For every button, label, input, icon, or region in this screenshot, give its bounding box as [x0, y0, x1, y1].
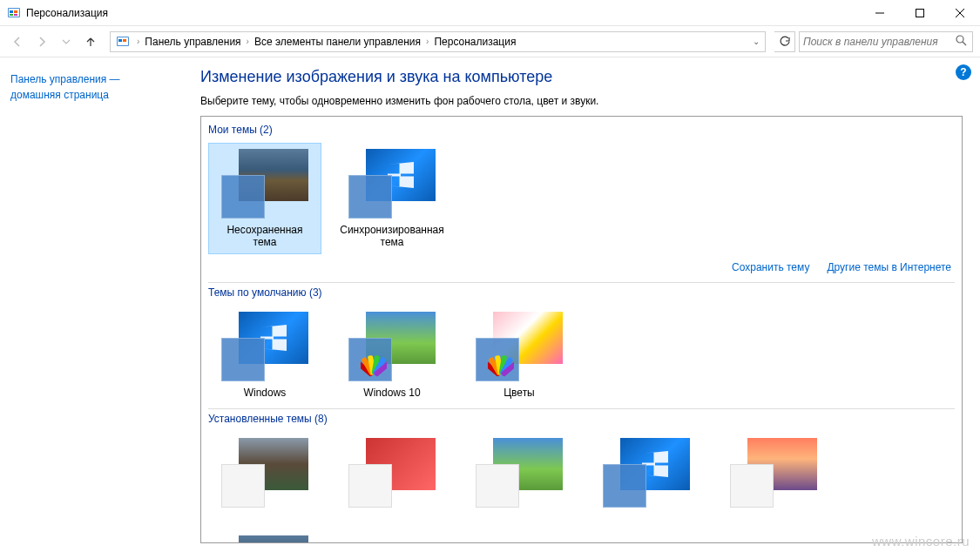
theme-thumbnail [348, 149, 436, 219]
my-themes-grid: Несохраненная темаСинхронизированная тем… [208, 143, 955, 254]
forward-button[interactable] [31, 31, 52, 52]
up-button[interactable] [80, 31, 101, 52]
theme-thumbnail [221, 149, 308, 219]
svg-rect-2 [10, 10, 13, 13]
theme-label: Цветы [504, 387, 535, 399]
page-heading: Изменение изображения и звука на компьют… [200, 68, 963, 86]
main-content: ? Изменение изображения и звука на компь… [183, 57, 980, 552]
theme-item[interactable]: Windows 10 [335, 306, 449, 405]
theme-thumbnail [476, 312, 563, 381]
breadcrumb-icon [116, 35, 130, 49]
maximize-button[interactable] [900, 0, 940, 25]
theme-thumbnail [730, 438, 817, 508]
breadcrumb-item[interactable]: Все элементы панели управления [253, 34, 422, 50]
svg-rect-12 [118, 39, 122, 42]
divider [208, 408, 955, 409]
recent-dropdown[interactable] [56, 31, 77, 52]
control-panel-home-link[interactable]: Панель управления — домашняя страница [10, 73, 120, 101]
minimize-button[interactable] [860, 0, 900, 25]
theme-thumbnail [221, 438, 308, 508]
more-themes-link[interactable]: Другие темы в Интернете [827, 261, 951, 273]
search-box[interactable] [799, 31, 973, 52]
breadcrumb-history-dropdown[interactable]: ⌄ [753, 37, 760, 46]
theme-item[interactable]: Синхронизированная тема [335, 143, 449, 254]
theme-item[interactable]: Несохраненная тема [208, 143, 321, 254]
section-header-default-themes: Темы по умолчанию (3) [208, 286, 955, 299]
search-input[interactable] [803, 36, 953, 48]
theme-item[interactable] [463, 432, 576, 519]
section-header-my-themes: Мои темы (2) [208, 124, 955, 136]
theme-label: Windows 10 [363, 387, 420, 399]
sidebar: Панель управления — домашняя страница [0, 57, 183, 552]
chevron-right-icon[interactable]: › [137, 37, 139, 46]
theme-item[interactable] [717, 432, 830, 519]
svg-rect-3 [14, 10, 17, 13]
default-themes-grid: WindowsWindows 10Цветы [208, 306, 955, 405]
save-theme-link[interactable]: Сохранить тему [732, 261, 809, 273]
themes-scroll-area[interactable]: Мои темы (2) Несохраненная темаСинхрониз… [200, 116, 963, 543]
theme-item[interactable] [590, 432, 703, 519]
theme-thumbnail [348, 312, 436, 381]
theme-item[interactable] [208, 529, 321, 543]
theme-thumbnail [603, 438, 690, 508]
watermark: www.wincore.ru [872, 534, 970, 549]
svg-line-15 [963, 42, 966, 45]
back-button[interactable] [7, 31, 28, 52]
refresh-button[interactable] [774, 31, 795, 52]
theme-thumbnail [221, 312, 308, 381]
breadcrumb-item[interactable]: Персонализация [432, 34, 517, 50]
breadcrumb[interactable]: › Панель управления › Все элементы панел… [110, 31, 766, 52]
theme-thumbnail [221, 535, 308, 543]
breadcrumb-item[interactable]: Панель управления [143, 34, 242, 50]
theme-label: Несохраненная тема [214, 224, 315, 248]
chevron-right-icon[interactable]: › [247, 37, 249, 46]
svg-rect-4 [10, 14, 13, 16]
theme-item[interactable] [335, 432, 449, 519]
theme-item[interactable] [208, 432, 321, 519]
theme-item[interactable]: Windows [208, 306, 321, 405]
window-icon [7, 6, 21, 20]
help-button[interactable]: ? [956, 64, 971, 80]
svg-rect-5 [14, 14, 17, 16]
close-button[interactable] [940, 0, 980, 25]
toolbar: › Панель управления › Все элементы панел… [0, 26, 980, 57]
svg-point-14 [956, 36, 963, 43]
page-subtitle: Выберите тему, чтобы одновременно измени… [200, 95, 963, 107]
theme-label: Windows [244, 387, 287, 399]
theme-item[interactable]: Цветы [463, 306, 576, 405]
svg-rect-7 [916, 9, 924, 17]
theme-thumbnail [348, 438, 436, 508]
chevron-right-icon[interactable]: › [426, 37, 429, 46]
search-icon[interactable] [953, 35, 969, 49]
svg-rect-13 [123, 39, 126, 42]
theme-thumbnail [476, 438, 563, 508]
installed-themes-grid [208, 432, 955, 543]
window-controls [860, 0, 980, 25]
divider [208, 282, 955, 283]
window-title: Персонализация [26, 7, 860, 19]
titlebar: Персонализация [0, 0, 980, 26]
theme-label: Синхронизированная тема [340, 224, 444, 248]
section-header-installed-themes: Установленные темы (8) [208, 413, 955, 425]
